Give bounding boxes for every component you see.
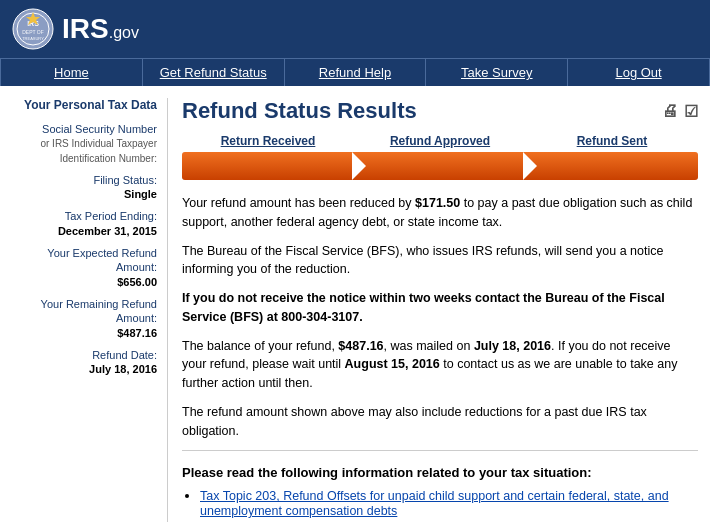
ssn-label: Social Security Number or IRS Individual…: [12, 122, 157, 165]
remaining-refund-value: $487.16: [117, 327, 157, 339]
filing-status-value: Single: [124, 188, 157, 200]
sidebar: Your Personal Tax Data Social Security N…: [12, 98, 167, 522]
filing-status-label: Filing Status: Single: [12, 173, 157, 202]
section-divider: [182, 450, 698, 451]
progress-section: Return Received Refund Approved Refund S…: [182, 134, 698, 180]
step2-label: Refund Approved: [354, 134, 526, 148]
wait-date: August 15, 2016: [345, 357, 440, 371]
nav-refund-help[interactable]: Refund Help: [285, 59, 427, 86]
remaining-refund-label: Your Remaining Refund Amount: $487.16: [12, 297, 157, 340]
progress-fill: [182, 152, 698, 180]
navigation-bar: Home Get Refund Status Refund Help Take …: [0, 58, 710, 86]
irs-seal-icon: IRS DEPT OF TREASURY: [12, 8, 54, 50]
para2: The Bureau of the Fiscal Service (BFS), …: [182, 242, 698, 280]
title-icons: 🖨 ☑: [662, 102, 698, 121]
para4: The balance of your refund, $487.16, was…: [182, 337, 698, 393]
content-area: Refund Status Results 🖨 ☑ Return Receive…: [167, 98, 698, 522]
nav-take-survey[interactable]: Take Survey: [426, 59, 568, 86]
refund-date-value: July 18, 2016: [89, 363, 157, 375]
page-header: IRS DEPT OF TREASURY IRS.gov: [0, 0, 710, 58]
svg-text:TREASURY: TREASURY: [22, 36, 44, 41]
expected-refund-value: $656.00: [117, 276, 157, 288]
page-title: Refund Status Results: [182, 98, 417, 124]
nav-logout[interactable]: Log Out: [568, 59, 710, 86]
reduction-amount: $171.50: [415, 196, 460, 210]
progress-bar: [182, 152, 698, 180]
tax-period-label: Tax Period Ending: December 31, 2015: [12, 209, 157, 238]
save-icon[interactable]: ☑: [684, 102, 698, 121]
tax-period-value: December 31, 2015: [58, 225, 157, 237]
sidebar-title: Your Personal Tax Data: [12, 98, 157, 112]
nav-refund-status[interactable]: Get Refund Status: [143, 59, 285, 86]
list-item: Tax Topic 203, Refund Offsets for unpaid…: [200, 488, 698, 518]
expected-refund-label: Your Expected Refund Amount: $656.00: [12, 246, 157, 289]
main-content: Your Personal Tax Data Social Security N…: [0, 86, 710, 522]
tax-topics-list: Tax Topic 203, Refund Offsets for unpaid…: [182, 488, 698, 522]
balance-amount: $487.16: [338, 339, 383, 353]
print-icon[interactable]: 🖨: [662, 102, 678, 121]
para3: If you do not receive the notice within …: [182, 289, 698, 327]
tax-topic-203-link[interactable]: Tax Topic 203, Refund Offsets for unpaid…: [200, 489, 669, 518]
svg-text:DEPT OF: DEPT OF: [22, 29, 44, 35]
mail-date: July 18, 2016: [474, 339, 551, 353]
step3-label: Refund Sent: [526, 134, 698, 148]
refund-date-label: Refund Date: July 18, 2016: [12, 348, 157, 377]
para1: Your refund amount has been reduced by $…: [182, 194, 698, 232]
please-read-header: Please read the following information re…: [182, 465, 698, 480]
logo-text: IRS.gov: [62, 13, 139, 45]
para5: The refund amount shown above may also i…: [182, 403, 698, 441]
nav-home[interactable]: Home: [0, 59, 143, 86]
progress-labels: Return Received Refund Approved Refund S…: [182, 134, 698, 148]
content-title-bar: Refund Status Results 🖨 ☑: [182, 98, 698, 124]
step1-label: Return Received: [182, 134, 354, 148]
